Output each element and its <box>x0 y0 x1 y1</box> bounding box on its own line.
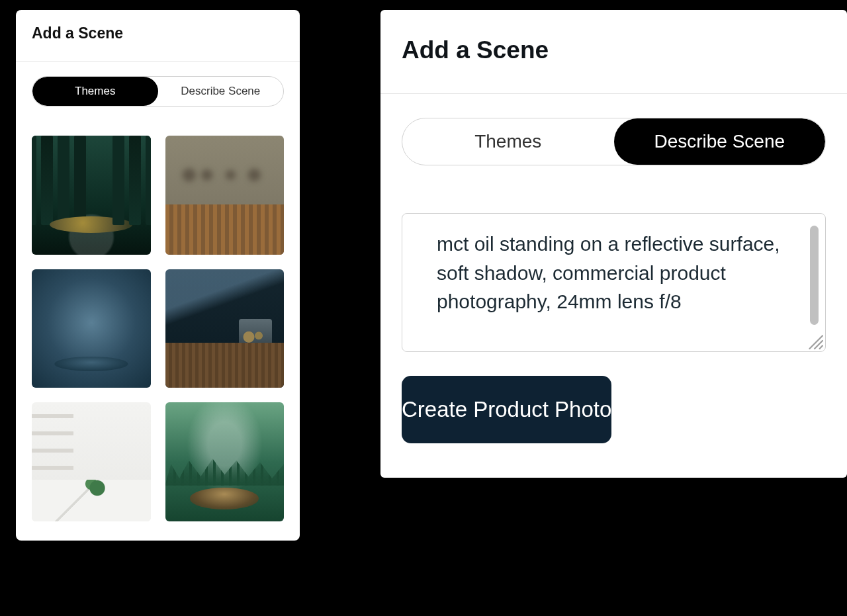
tab-themes[interactable]: Themes <box>32 77 158 106</box>
tab-describe-scene[interactable]: Describe Scene <box>614 118 826 165</box>
tab-themes[interactable]: Themes <box>402 118 614 165</box>
scene-prompt-field[interactable] <box>402 213 826 352</box>
themes-grid <box>32 136 284 521</box>
panel-title: Add a Scene <box>16 10 300 62</box>
tab-switch: Themes Describe Scene <box>32 76 284 107</box>
panel-title: Add a Scene <box>380 10 847 94</box>
theme-thumb-kitchen-blur[interactable] <box>165 136 285 255</box>
theme-thumb-green-forest[interactable] <box>165 402 285 521</box>
theme-thumb-dark-kitchen[interactable] <box>165 269 285 388</box>
theme-thumb-forest[interactable] <box>32 136 151 255</box>
svg-line-2 <box>820 346 823 349</box>
tab-describe-scene[interactable]: Describe Scene <box>158 77 284 106</box>
theme-thumb-white-room[interactable] <box>32 402 151 521</box>
tab-switch: Themes Describe Scene <box>402 118 826 165</box>
scrollbar[interactable] <box>805 220 821 345</box>
resize-handle-icon[interactable] <box>806 332 823 349</box>
add-scene-panel-describe: Add a Scene Themes Describe Scene Create… <box>380 10 847 478</box>
create-product-photo-button[interactable]: Create Product Photo <box>402 376 611 443</box>
add-scene-panel-themes: Add a Scene Themes Describe Scene <box>16 10 300 541</box>
theme-thumb-blue-studio[interactable] <box>32 269 151 388</box>
scene-prompt-input[interactable] <box>402 214 801 351</box>
